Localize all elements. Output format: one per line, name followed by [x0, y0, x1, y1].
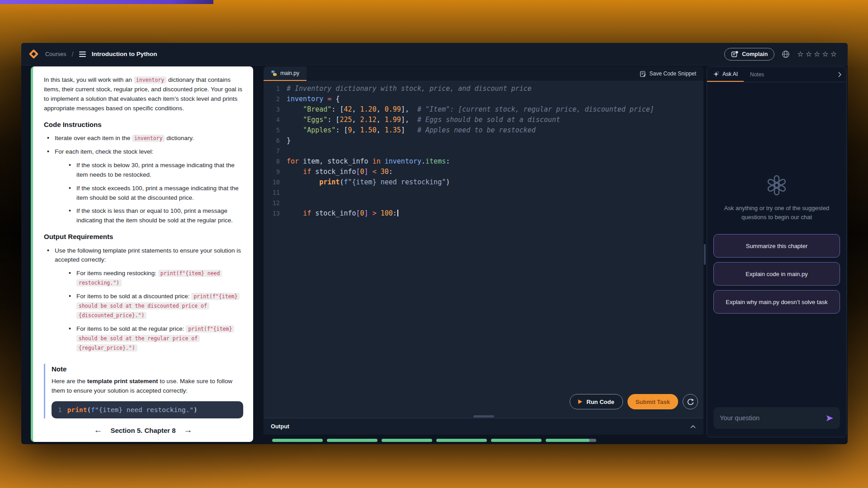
breadcrumb-courses[interactable]: Courses: [45, 51, 66, 57]
tab-main-py[interactable]: main.py: [264, 66, 307, 81]
list-item: If the stock exceeds 100, print a messag…: [66, 184, 245, 203]
breadcrumb-separator: /: [72, 50, 74, 58]
note-body: Here are the template print statement to…: [52, 377, 245, 396]
complain-label: Complain: [742, 51, 768, 57]
python-icon: [271, 70, 277, 76]
progress-segment: [546, 439, 596, 442]
tab-notes[interactable]: Notes: [744, 67, 770, 82]
task-panel: In this task, you will work with an inve…: [31, 66, 253, 442]
progress-segment: [491, 439, 542, 442]
note-title: Note: [52, 364, 245, 374]
star-icon[interactable]: ☆: [830, 50, 839, 58]
openai-logo-icon: [766, 175, 787, 196]
submit-task-button[interactable]: Submit Task: [627, 394, 678, 409]
ai-suggestion-button[interactable]: Explain code in main.py: [713, 262, 840, 286]
code-line[interactable]: 13 if stock_info[0] > 100:: [264, 208, 703, 219]
note-code-block: 1 print(f"{item} need restocking."): [52, 401, 243, 418]
ai-question-input[interactable]: [720, 414, 826, 422]
ai-suggestion-button[interactable]: Explain why main.py doesn’t solve task: [713, 290, 840, 314]
notes-label: Notes: [750, 71, 764, 78]
chapter-navigation: ← Section 5. Chapter 8 →: [33, 421, 253, 442]
code-editor-panel: main.py Save Code Snippet 1# Inventory d…: [264, 66, 703, 435]
section-heading-code-instructions: Code Instructions: [44, 119, 245, 130]
play-icon: [578, 399, 582, 404]
save-snippet-icon: [640, 70, 646, 77]
line-number: 12: [264, 198, 280, 208]
editor-actions: Run Code Submit Task: [570, 394, 698, 409]
next-chapter-button[interactable]: →: [184, 425, 193, 435]
ai-empty-text: Ask anything or try one of the suggested…: [720, 204, 834, 221]
ai-empty-state: Ask anything or try one of the suggested…: [720, 175, 834, 221]
run-code-label: Run Code: [586, 399, 614, 405]
panel-drag-handle[interactable]: [473, 415, 494, 418]
star-icon[interactable]: ☆: [814, 50, 822, 58]
menu-icon[interactable]: [79, 52, 86, 57]
star-icon[interactable]: ☆: [822, 50, 830, 58]
star-icon[interactable]: ☆: [797, 50, 805, 58]
code-line[interactable]: 9 if stock_info[0] < 30:: [264, 167, 703, 177]
progress-segment: [272, 439, 323, 442]
ai-suggestion-button[interactable]: Summarize this chapter: [713, 234, 840, 258]
code-line[interactable]: 7: [264, 146, 703, 156]
chapter-progress: [272, 439, 596, 442]
code-line[interactable]: 12: [264, 198, 703, 208]
text-cursor: [397, 210, 398, 216]
complain-button[interactable]: Complain: [724, 48, 774, 61]
output-bar[interactable]: Output: [264, 418, 703, 435]
send-question-button[interactable]: [826, 415, 834, 422]
chevron-right-icon: [838, 71, 842, 78]
ai-tab-bar: Ask AI Notes: [707, 67, 846, 82]
output-collapse-button[interactable]: [690, 425, 696, 429]
output-label: Output: [271, 423, 289, 430]
task-content: In this task, you will work with an inve…: [33, 66, 253, 421]
line-number: 9: [264, 167, 280, 177]
ai-question-input-wrap: [713, 407, 840, 429]
list-item: For each item, check the stock level: If…: [44, 147, 245, 225]
ai-panel: Ask AI Notes: [707, 66, 847, 437]
collapse-panel-button[interactable]: [838, 67, 846, 82]
code-line[interactable]: 8for item, stock_info in inventory.items…: [264, 156, 703, 167]
run-code-button[interactable]: Run Code: [570, 394, 623, 409]
line-number: 11: [264, 188, 280, 198]
line-number: 2: [264, 94, 280, 104]
code-line[interactable]: 1# Inventory dictionary with stock, pric…: [264, 84, 703, 94]
reset-code-button[interactable]: [683, 394, 698, 409]
line-number: 5: [264, 125, 280, 136]
line-number: 8: [264, 156, 280, 167]
brand-logo-icon[interactable]: [29, 49, 38, 59]
line-number: 10: [264, 177, 280, 188]
code-area[interactable]: 1# Inventory dictionary with stock, pric…: [264, 81, 703, 418]
list-item: For items to be sold at a discounted pri…: [66, 292, 245, 320]
prev-chapter-button[interactable]: ←: [94, 425, 102, 435]
list-item: If the stock is less than or equal to 10…: [66, 206, 245, 225]
code-line[interactable]: 10 print(f"{item} need restocking"): [264, 177, 703, 188]
code-line[interactable]: 3 "Bread": [42, 1.20, 0.99], # "Item": […: [264, 104, 703, 115]
progress-segment: [382, 439, 432, 442]
top-bar: Courses / Introduction to Python Complai…: [21, 43, 848, 66]
section-heading-output-requirements: Output Requirements: [44, 231, 245, 242]
list-item: Use the following template print stateme…: [44, 246, 245, 353]
star-icon[interactable]: ☆: [806, 50, 814, 58]
code-line[interactable]: 5 "Apples": [9, 1.50, 1.35] # Apples nee…: [264, 125, 703, 136]
code-line[interactable]: 2inventory = {: [264, 94, 703, 104]
tab-label: main.py: [280, 70, 299, 76]
task-intro: In this task, you will work with an inve…: [44, 75, 245, 113]
code-line[interactable]: 6}: [264, 136, 703, 146]
code-line[interactable]: 11: [264, 188, 703, 198]
editor-tab-bar: main.py Save Code Snippet: [264, 66, 703, 81]
save-code-snippet-button[interactable]: Save Code Snippet: [640, 66, 696, 81]
refresh-icon: [687, 398, 694, 406]
note-block: Note Here are the template print stateme…: [44, 364, 245, 419]
progress-segment: [327, 439, 377, 442]
tab-ask-ai[interactable]: Ask AI: [707, 67, 744, 82]
code-line[interactable]: 4 "Eggs": [225, 2.12, 1.99], # Eggs shou…: [264, 115, 703, 125]
sparkle-icon: [713, 71, 719, 77]
complain-icon: [731, 51, 738, 58]
save-snippet-label: Save Code Snippet: [650, 70, 696, 77]
line-number: 6: [264, 136, 280, 146]
scrollbar-thumb[interactable]: [704, 244, 706, 265]
section-chapter-label: Section 5. Chapter 8: [110, 427, 175, 434]
line-number: 7: [264, 146, 280, 156]
globe-icon[interactable]: [782, 50, 790, 58]
rating-stars[interactable]: ☆☆☆☆☆: [797, 50, 839, 58]
